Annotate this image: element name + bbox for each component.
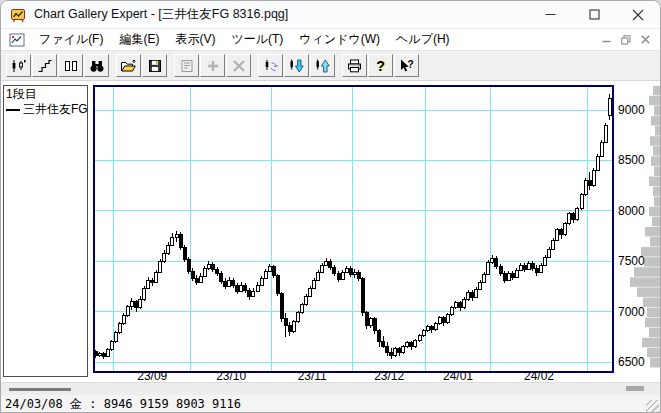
menu-view[interactable]: 表示(V) bbox=[167, 29, 223, 50]
child-close-icon bbox=[641, 35, 650, 44]
minimize-icon bbox=[545, 9, 556, 20]
step-chart-icon bbox=[37, 58, 53, 74]
series-label: 三井住友FG bbox=[23, 102, 88, 117]
series-legend: 三井住友FG bbox=[6, 102, 85, 117]
print-button[interactable] bbox=[342, 54, 367, 77]
delete-x-icon bbox=[231, 58, 247, 74]
refresh-data-icon bbox=[262, 58, 279, 74]
help-question-icon: ? ? bbox=[373, 58, 389, 74]
arrow-down-icon bbox=[288, 58, 305, 74]
child-close-button[interactable] bbox=[641, 35, 650, 44]
pane-legend-panel: 1段目 三井住友FG bbox=[3, 85, 88, 377]
save-file-button[interactable] bbox=[142, 54, 167, 77]
svg-text:8000: 8000 bbox=[618, 204, 645, 218]
add-button[interactable] bbox=[200, 54, 225, 77]
menu-bar: ファイル(F) 編集(E) 表示(V) ツール(T) ウィンドウ(W) ヘルプ(… bbox=[1, 29, 660, 51]
child-minimize-icon bbox=[602, 35, 611, 44]
maximize-icon bbox=[589, 9, 600, 20]
context-help-button[interactable]: ? bbox=[394, 54, 419, 77]
child-minimize-button[interactable] bbox=[602, 35, 611, 44]
menu-file[interactable]: ファイル(F) bbox=[31, 29, 111, 50]
toolbar: ? ? ? bbox=[1, 51, 660, 81]
svg-text:23/10: 23/10 bbox=[216, 369, 246, 382]
candlestick-chart-icon bbox=[10, 58, 27, 74]
svg-text:23/11: 23/11 bbox=[298, 369, 327, 382]
properties-button[interactable] bbox=[174, 54, 199, 77]
save-floppy-icon bbox=[147, 58, 163, 74]
open-folder-icon bbox=[120, 58, 137, 74]
tier-label: 1段目 bbox=[6, 87, 85, 102]
menu-edit[interactable]: 編集(E) bbox=[111, 29, 167, 50]
quote-status-text: 24/03/08 金 : 8946 9159 8903 9116 bbox=[5, 396, 241, 413]
title-bar: Chart Gallery Expert - [三井住友FG 8316.pqg] bbox=[1, 1, 660, 29]
arrow-up-icon bbox=[314, 58, 331, 74]
svg-text:7500: 7500 bbox=[618, 254, 645, 268]
svg-text:8500: 8500 bbox=[618, 153, 645, 167]
dual-pane-button[interactable] bbox=[58, 54, 83, 77]
svg-text:23/12: 23/12 bbox=[374, 369, 404, 382]
svg-text:24/01: 24/01 bbox=[443, 369, 473, 382]
svg-text:6500: 6500 bbox=[618, 355, 645, 369]
series-line-icon bbox=[6, 109, 20, 111]
close-button[interactable] bbox=[616, 1, 660, 28]
open-file-button[interactable] bbox=[116, 54, 141, 77]
context-help-icon: ? bbox=[398, 58, 415, 74]
chart-window-client: 1段目 三井住友FG 90008500800075007000650023/09… bbox=[1, 81, 660, 382]
scrollbar-right-dash[interactable] bbox=[626, 386, 644, 391]
menu-window[interactable]: ウィンドウ(W) bbox=[291, 29, 388, 50]
minimize-button[interactable] bbox=[528, 1, 572, 28]
search-binoculars-button[interactable] bbox=[84, 54, 109, 77]
window-title: Chart Gallery Expert - [三井住友FG 8316.pqg] bbox=[34, 6, 288, 23]
dual-pane-icon bbox=[63, 58, 79, 74]
price-chart[interactable]: 90008500800075007000650023/0923/1023/112… bbox=[91, 81, 661, 382]
printer-icon bbox=[346, 58, 363, 74]
candlestick-chart-button[interactable] bbox=[6, 54, 31, 77]
shift-up-button[interactable] bbox=[310, 54, 335, 77]
delete-button[interactable] bbox=[226, 54, 251, 77]
svg-text:9000: 9000 bbox=[618, 103, 645, 117]
maximize-button[interactable] bbox=[572, 1, 616, 28]
scrollbar-thumb[interactable] bbox=[9, 388, 71, 391]
svg-text:24/02: 24/02 bbox=[524, 369, 554, 382]
menu-help[interactable]: ヘルプ(H) bbox=[388, 29, 458, 50]
close-icon bbox=[632, 9, 644, 21]
child-restore-icon bbox=[621, 35, 631, 45]
app-window: Chart Gallery Expert - [三井住友FG 8316.pqg]… bbox=[0, 0, 661, 413]
app-icon bbox=[10, 7, 27, 23]
svg-text:?: ? bbox=[408, 59, 414, 70]
search-binoculars-icon bbox=[89, 58, 105, 74]
status-bar: 24/03/08 金 : 8946 9159 8903 9116 bbox=[1, 395, 660, 413]
shift-down-button[interactable] bbox=[284, 54, 309, 77]
svg-text:7000: 7000 bbox=[618, 305, 645, 319]
help-button[interactable]: ? ? bbox=[368, 54, 393, 77]
menu-tools[interactable]: ツール(T) bbox=[223, 29, 291, 50]
refresh-data-button[interactable] bbox=[258, 54, 283, 77]
horizontal-scrollbar bbox=[1, 382, 660, 395]
step-chart-button[interactable] bbox=[32, 54, 57, 77]
svg-text:?: ? bbox=[376, 58, 385, 74]
properties-icon bbox=[179, 58, 195, 74]
child-restore-button[interactable] bbox=[621, 35, 631, 45]
add-plus-icon bbox=[205, 58, 221, 74]
chart-document-icon bbox=[9, 33, 25, 47]
svg-text:23/09: 23/09 bbox=[137, 369, 167, 382]
resize-grip-icon[interactable] bbox=[646, 400, 659, 413]
